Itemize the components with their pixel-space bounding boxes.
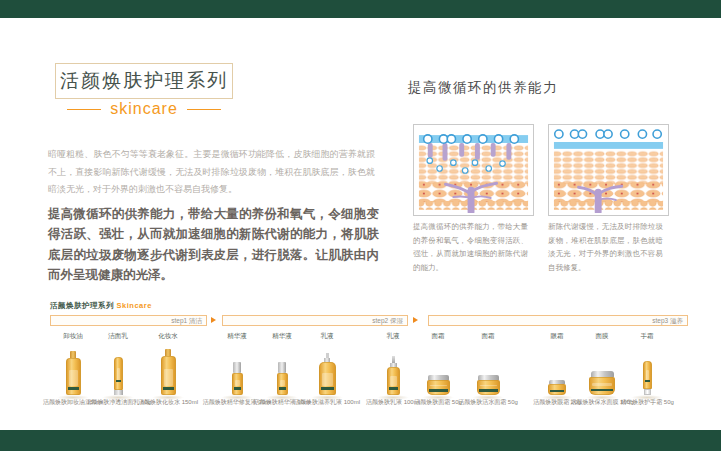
dash-right: [187, 109, 221, 110]
product-reflection: [586, 395, 618, 400]
figure-caption-healthy: 提高微循环的供养能力，带给大量的养份和氧气，令细胞变得活跃、强壮，从而就加速细胞…: [413, 220, 528, 274]
product-category: 面霜: [432, 332, 445, 341]
bottom-green-bar: [0, 430, 721, 451]
arrow-right-icon: [413, 317, 418, 323]
product-category: 化妆水: [158, 332, 178, 341]
product-reflection: [541, 395, 573, 400]
skin-diagram-sluggish: [548, 124, 669, 216]
product-jar: [548, 341, 566, 395]
skin-diagram-sluggish-svg: [551, 127, 666, 213]
product-item: 乳液 活颜焕肤滋养乳液 100ml: [297, 332, 357, 407]
products-title-cn: 活颜焕肤护理系列: [50, 301, 114, 310]
product-category: 精华液: [227, 332, 247, 341]
series-subtitle-label: skincare: [110, 100, 178, 118]
product-jar: [589, 341, 615, 395]
series-title: 活颜焕肤护理系列: [60, 68, 228, 94]
product-reflection: [221, 395, 253, 400]
product-reflection: [377, 395, 409, 400]
skin-diagram-healthy: [413, 124, 534, 216]
series-subtitle: skincare: [55, 100, 233, 118]
product-pump-bottle: [319, 341, 336, 395]
product-reflection: [472, 395, 504, 400]
product-category: 乳液: [321, 332, 334, 341]
product-reflection: [311, 395, 343, 400]
benefit-paragraph: 提高微循环的供养能力，带给大量的养份和氧气，令细胞变得活跃、强壮，从而就加速细胞…: [48, 204, 379, 285]
intro-paragraph: 暗哑粗糙、肤色不匀等等衰老象征。主要是微循环功能降低，皮肤细胞的营养就跟不上，直…: [48, 146, 375, 199]
product-reflection: [422, 395, 454, 400]
product-reflection: [152, 395, 184, 400]
product-bottle: [277, 341, 288, 395]
product-tube: [643, 341, 652, 395]
products-section-title: 活颜焕肤护理系列 Skincare: [50, 301, 152, 311]
skin-diagram-healthy-svg: [416, 127, 531, 213]
product-bottle: [232, 341, 243, 395]
section-heading: 提高微循环的供养能力: [408, 79, 558, 97]
products-title-en: Skincare: [117, 301, 152, 310]
product-category: 面霜: [482, 332, 495, 341]
product-item: 化妆水 活颜焕肤化妆水 150ml: [138, 332, 198, 407]
product-item: 面霜 活颜焕肤活水面霜 50g: [458, 332, 518, 407]
product-category: 眼霜: [551, 332, 564, 341]
product-jar: [477, 341, 500, 395]
step-box-3: step3 滋养: [428, 315, 688, 326]
step-box-1: step1 清洁: [50, 315, 207, 326]
product-category: 乳液: [387, 332, 400, 341]
product-reflection: [102, 395, 134, 400]
product-category: 洁面乳: [108, 332, 128, 341]
product-bottle: [66, 341, 81, 395]
brochure-page: 活颜焕肤护理系列 skincare 暗哑粗糙、肤色不匀等等衰老象征。主要是微循环…: [0, 0, 721, 451]
product-bottle: [161, 341, 176, 395]
product-item: 手霜 精华焕肤护手霜 50g: [617, 332, 677, 407]
dash-left: [67, 109, 101, 110]
arrow-right-icon: [211, 317, 216, 323]
product-category: 面膜: [596, 332, 609, 341]
product-dropper-bottle: [387, 341, 400, 395]
top-green-bar: [0, 0, 721, 18]
product-tube: [114, 341, 123, 395]
step-box-2: step2 保湿: [222, 315, 408, 326]
series-title-box: 活颜焕肤护理系列: [55, 63, 233, 99]
product-jar: [427, 341, 450, 395]
product-category: 精华液: [272, 332, 292, 341]
product-category: 手霜: [641, 332, 654, 341]
product-reflection: [631, 395, 663, 400]
figure-caption-sluggish: 新陈代谢缓慢，无法及时排除垃圾废物，堆积在肌肤底层，肤色就暗淡无光，对于外界的刺…: [548, 220, 663, 274]
product-category: 卸妆油: [63, 332, 83, 341]
